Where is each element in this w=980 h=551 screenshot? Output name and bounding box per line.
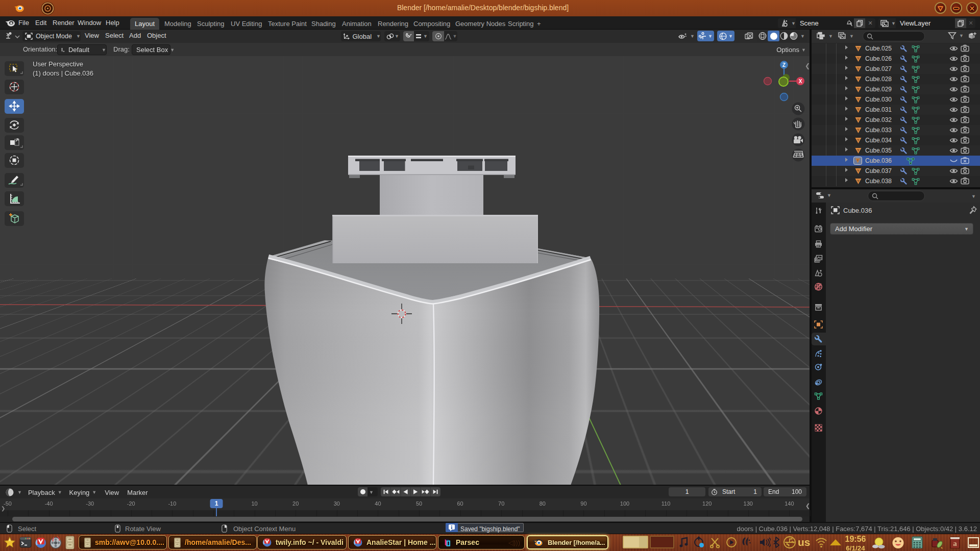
- svg-text:X: X: [799, 79, 802, 84]
- svg-text:a: a: [953, 539, 957, 547]
- svg-text:Z: Z: [782, 62, 786, 68]
